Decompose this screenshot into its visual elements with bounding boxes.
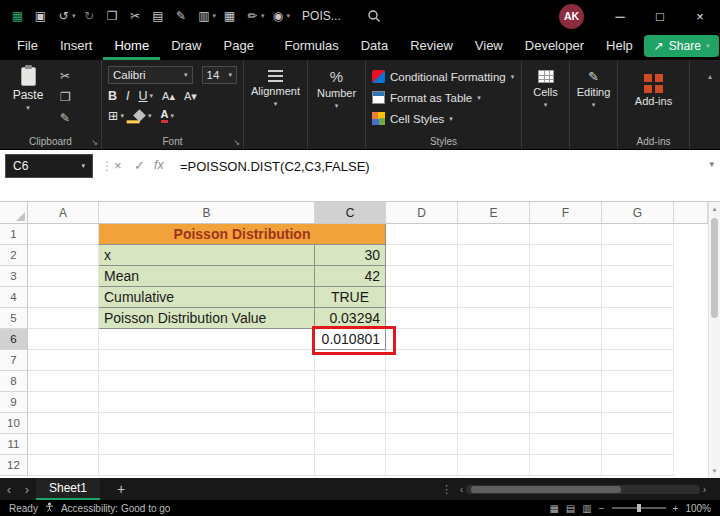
menu-tab-draw[interactable]: Draw bbox=[160, 32, 212, 60]
cell-E10[interactable] bbox=[458, 413, 530, 434]
cell-D5[interactable] bbox=[386, 308, 458, 329]
cell-C8[interactable] bbox=[315, 371, 386, 392]
cell-A1[interactable] bbox=[28, 224, 99, 245]
font-size-select[interactable]: 14 ▾ bbox=[202, 66, 237, 84]
view-page-break-icon[interactable]: ▥ bbox=[582, 503, 591, 514]
cell-D6[interactable] bbox=[386, 329, 458, 350]
italic-button[interactable]: I bbox=[126, 89, 129, 103]
format-painter-icon[interactable]: ✎ bbox=[170, 5, 193, 27]
cell-B9[interactable] bbox=[99, 392, 315, 413]
formula-bar-expand-icon[interactable]: ▾ bbox=[709, 159, 714, 169]
cell-G3[interactable] bbox=[602, 266, 674, 287]
ribbon-collapse-icon[interactable]: ▴ bbox=[708, 72, 712, 81]
view-normal-icon[interactable]: ▦ bbox=[549, 503, 558, 514]
cancel-icon[interactable]: × bbox=[114, 158, 122, 173]
cell-E7[interactable] bbox=[458, 350, 530, 371]
cell-C10[interactable] bbox=[315, 413, 386, 434]
menu-tab-developer[interactable]: Developer bbox=[514, 32, 595, 60]
column-header-e[interactable]: E bbox=[458, 202, 530, 224]
row-header-1[interactable]: 1 bbox=[0, 224, 28, 245]
vertical-scrollbar-thumb[interactable] bbox=[711, 218, 718, 318]
cell-G5[interactable] bbox=[602, 308, 674, 329]
vertical-scrollbar[interactable]: ▴ ▾ bbox=[708, 202, 720, 478]
row-header-3[interactable]: 3 bbox=[0, 266, 28, 287]
cell-F6[interactable] bbox=[530, 329, 602, 350]
cell-F9[interactable] bbox=[530, 392, 602, 413]
name-box[interactable]: C6 ▾ bbox=[5, 154, 93, 178]
view-page-layout-icon[interactable]: ▤ bbox=[566, 503, 575, 514]
row-header-11[interactable]: 11 bbox=[0, 434, 28, 455]
cell-B8[interactable] bbox=[99, 371, 315, 392]
shrink-font-button[interactable]: A▾ bbox=[184, 90, 197, 103]
copy-button[interactable]: ❐ bbox=[60, 90, 71, 104]
cell-D10[interactable] bbox=[386, 413, 458, 434]
cell-C4[interactable]: TRUE bbox=[315, 287, 386, 308]
borders-icon[interactable]: ⊞ bbox=[108, 108, 118, 123]
cell-F5[interactable] bbox=[530, 308, 602, 329]
horizontal-scrollbar-thumb[interactable] bbox=[471, 486, 621, 493]
number-button[interactable]: % Number ▾ bbox=[314, 66, 359, 110]
cell-C9[interactable] bbox=[315, 392, 386, 413]
cut-button[interactable]: ✂ bbox=[60, 69, 71, 83]
cell-F4[interactable] bbox=[530, 287, 602, 308]
fill-color-button[interactable]: ▾ bbox=[133, 111, 152, 120]
cell-C6[interactable]: 0.010801 bbox=[315, 329, 386, 350]
cell-styles-button[interactable]: Cell Styles ▾ bbox=[372, 108, 515, 129]
cell-E12[interactable] bbox=[458, 455, 530, 476]
row-header-5[interactable]: 5 bbox=[0, 308, 28, 329]
cell-E9[interactable] bbox=[458, 392, 530, 413]
cell-A8[interactable] bbox=[28, 371, 99, 392]
cell-G7[interactable] bbox=[602, 350, 674, 371]
cell-C11[interactable] bbox=[315, 434, 386, 455]
bold-button[interactable]: B bbox=[108, 89, 117, 103]
underline-button[interactable]: U bbox=[139, 89, 148, 103]
cell-D2[interactable] bbox=[386, 245, 458, 266]
font-color-button[interactable]: A▾ bbox=[161, 109, 174, 123]
cell-G6[interactable] bbox=[602, 329, 674, 350]
column-header-f[interactable]: F bbox=[530, 202, 602, 224]
cell-B4[interactable]: Cumulative bbox=[99, 287, 315, 308]
cell-F10[interactable] bbox=[530, 413, 602, 434]
zoom-slider[interactable] bbox=[612, 507, 666, 509]
cell-G9[interactable] bbox=[602, 392, 674, 413]
row-header-12[interactable]: 12 bbox=[0, 455, 28, 476]
cell-F7[interactable] bbox=[530, 350, 602, 371]
zoom-slider-thumb[interactable] bbox=[637, 504, 641, 512]
sheet-options-icon[interactable]: ⋮ bbox=[437, 483, 456, 496]
format-painter-button[interactable]: ✎ bbox=[60, 111, 71, 125]
conditional-formatting-button[interactable]: Conditional Formatting ▾ bbox=[372, 66, 515, 87]
dialog-launcher-icon[interactable]: ↘ bbox=[233, 138, 240, 147]
cell-B6[interactable] bbox=[99, 329, 315, 350]
horizontal-scrollbar-track[interactable] bbox=[466, 485, 699, 494]
zoom-out-icon[interactable]: − bbox=[599, 503, 605, 514]
menu-tab-insert[interactable]: Insert bbox=[49, 32, 104, 60]
menu-tab-file[interactable]: File bbox=[6, 32, 49, 60]
scroll-up-icon[interactable]: ▴ bbox=[709, 205, 720, 213]
cell-F8[interactable] bbox=[530, 371, 602, 392]
cell-G4[interactable] bbox=[602, 287, 674, 308]
cell-D7[interactable] bbox=[386, 350, 458, 371]
share-button[interactable]: ↗ Share ▾ bbox=[644, 35, 720, 57]
menu-tab-review[interactable]: Review bbox=[399, 32, 464, 60]
row-header-8[interactable]: 8 bbox=[0, 371, 28, 392]
cell-B10[interactable] bbox=[99, 413, 315, 434]
cell-G10[interactable] bbox=[602, 413, 674, 434]
cell-F12[interactable] bbox=[530, 455, 602, 476]
cell-G2[interactable] bbox=[602, 245, 674, 266]
column-header-g[interactable]: G bbox=[602, 202, 674, 224]
cell-E6[interactable] bbox=[458, 329, 530, 350]
cell-C5[interactable]: 0.03294 bbox=[315, 308, 386, 329]
cell-B3[interactable]: Mean bbox=[99, 266, 315, 287]
zoom-level[interactable]: 100% bbox=[685, 503, 711, 514]
paste-button[interactable]: Paste ▾ bbox=[6, 67, 50, 112]
close-button[interactable]: × bbox=[680, 0, 720, 32]
column-header-c[interactable]: C bbox=[315, 202, 386, 224]
cell-G1[interactable] bbox=[602, 224, 674, 245]
horizontal-scrollbar[interactable]: ‹ › bbox=[460, 484, 706, 495]
formula-input[interactable]: =POISSON.DIST(C2,C3,FALSE) bbox=[180, 159, 370, 174]
excel-app-icon[interactable]: ▦ bbox=[6, 5, 29, 27]
row-header-4[interactable]: 4 bbox=[0, 287, 28, 308]
menu-tab-home[interactable]: Home bbox=[103, 32, 160, 60]
cell-B1[interactable]: Poisson Distribution bbox=[99, 224, 386, 245]
select-all-corner[interactable] bbox=[0, 202, 28, 224]
